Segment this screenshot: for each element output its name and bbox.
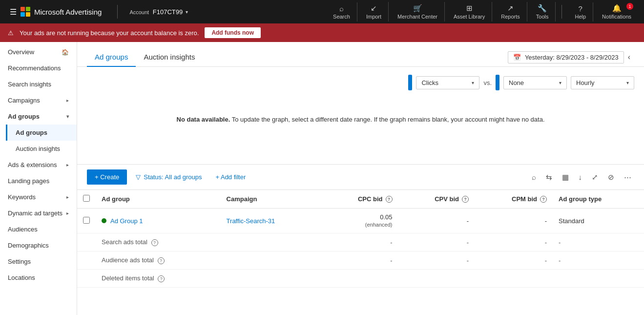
- campaign-link[interactable]: Traffic-Search-31: [227, 217, 275, 225]
- sidebar-item-settings[interactable]: Settings: [0, 253, 77, 270]
- granularity-arrow-icon: ▾: [626, 80, 629, 85]
- status-filter-button[interactable]: ▽ Status: All ad groups: [131, 170, 207, 184]
- main-layout: Overview 🏠 Recommendations Search insigh…: [0, 42, 644, 315]
- summary-audience-cpcbid-cell: -: [321, 252, 398, 270]
- select-all-checkbox[interactable]: [83, 195, 90, 202]
- chart-toggle-button[interactable]: ▦: [559, 170, 572, 185]
- search-table-button[interactable]: ⌕: [529, 170, 539, 184]
- sidebar-item-overview[interactable]: Overview 🏠: [0, 44, 77, 60]
- chart-slider-handle-1[interactable]: [408, 75, 412, 90]
- summary-search-cpcbid-cell: -: [321, 233, 398, 252]
- sidebar-item-keywords[interactable]: Keywords ▸: [0, 189, 77, 205]
- summary-row-audience: Audience ads total ? - - - -: [77, 252, 644, 270]
- hamburger-menu[interactable]: ☰: [6, 3, 21, 21]
- sidebar-item-campaigns[interactable]: Campaigns ▸: [0, 92, 77, 108]
- nav-help-button[interactable]: ? Help: [568, 2, 593, 21]
- add-filter-button[interactable]: + Add filter: [210, 170, 250, 184]
- add-funds-button[interactable]: Add funds now: [205, 27, 261, 38]
- sidebar-adgroups-label: Ad groups: [16, 129, 47, 136]
- table-body: Ad Group 1 Traffic-Search-31 0.05(enhanc…: [77, 209, 644, 288]
- cpvbid-help-icon[interactable]: ?: [462, 196, 469, 203]
- sidebar-item-landing-pages[interactable]: Landing pages: [0, 173, 77, 189]
- tab-adgroups[interactable]: Ad groups: [87, 48, 136, 67]
- download-icon: ↓: [579, 173, 582, 181]
- sidebar-item-dynamic-ad-targets[interactable]: Dynamic ad targets ▸: [0, 205, 77, 221]
- adgroups-expand-icon: ▾: [66, 114, 69, 119]
- row-checkbox[interactable]: [83, 217, 90, 224]
- summary-search-cpvbid: -: [467, 239, 469, 246]
- chart-toggle-icon: ▦: [562, 173, 569, 182]
- sidebar-item-recommendations[interactable]: Recommendations: [0, 60, 77, 76]
- cpcbid-help-icon[interactable]: ?: [386, 196, 393, 203]
- hide-button[interactable]: ⊘: [605, 170, 617, 185]
- sidebar-settings-label: Settings: [8, 258, 31, 265]
- sidebar-item-adgroups[interactable]: Ad groups: [6, 125, 77, 141]
- sidebar-item-audiences[interactable]: Audiences: [0, 221, 77, 237]
- header-adgrouptype-label: Ad group type: [559, 195, 602, 203]
- summary-search-help-icon[interactable]: ?: [151, 239, 158, 246]
- row-adgroup-cell: Ad Group 1: [96, 209, 221, 233]
- summary-audience-type: -: [559, 257, 561, 264]
- sidebar-landingpages-label: Landing pages: [8, 177, 49, 185]
- alert-bar: ⚠ Your ads are not running because your …: [0, 23, 644, 42]
- main-content: Ad groups Auction insights 📅 Yesterday: …: [77, 42, 644, 315]
- summary-search-label-cell: Search ads total ?: [96, 233, 221, 252]
- summary-audience-cpmbid: -: [545, 257, 547, 264]
- chart-slider-handle-2[interactable]: [496, 75, 499, 90]
- sidebar-item-search-insights[interactable]: Search insights: [0, 76, 77, 92]
- nav-arrow-button[interactable]: ‹: [624, 51, 634, 63]
- header-adgroup: Ad group: [96, 190, 221, 209]
- expand-button[interactable]: ⤢: [589, 170, 601, 185]
- metric1-dropdown[interactable]: Clicks ▾: [416, 76, 479, 89]
- header-campaign-label: Campaign: [227, 195, 257, 203]
- calendar-icon: 📅: [513, 54, 521, 61]
- nav-reports-label: Reports: [501, 14, 520, 20]
- nav-tools-label: Tools: [536, 14, 549, 20]
- sidebar-keywords-label: Keywords: [8, 193, 36, 201]
- summary-deleted-campaign-cell: [221, 270, 321, 288]
- summary-deleted-cpcbid-cell: [321, 270, 398, 288]
- granularity-dropdown[interactable]: Hourly ▾: [571, 76, 634, 89]
- more-options-button[interactable]: ⋯: [621, 170, 634, 185]
- adgroup-name-link[interactable]: Ad Group 1: [110, 217, 143, 225]
- sidebar-item-adgroups-header[interactable]: Ad groups ▾: [0, 108, 77, 125]
- chart-no-data-message: No data available. To update the graph, …: [87, 96, 634, 143]
- row-campaign-cell: Traffic-Search-31: [221, 209, 321, 233]
- cpmbid-help-icon[interactable]: ?: [540, 196, 547, 203]
- nav-assetlibrary-button[interactable]: ⊞ Asset Library: [447, 2, 492, 21]
- adgroup-name-container: Ad Group 1: [102, 217, 215, 225]
- nav-reports-button[interactable]: ↗ Reports: [494, 2, 527, 21]
- header-adgrouptype: Ad group type: [553, 190, 644, 209]
- summary-row-search: Search ads total ? - - - -: [77, 233, 644, 252]
- sidebar-item-locations[interactable]: Locations: [0, 270, 77, 286]
- sidebar-item-demographics[interactable]: Demographics: [0, 237, 77, 253]
- campaigns-expand-icon: ▸: [66, 98, 69, 103]
- download-button[interactable]: ↓: [576, 170, 585, 184]
- summary-search-cpcbid: -: [390, 239, 392, 246]
- metric2-dropdown[interactable]: None ▾: [503, 76, 567, 89]
- summary-search-type-cell: -: [553, 233, 644, 252]
- sidebar-item-ads-extensions[interactable]: Ads & extensions ▸: [0, 157, 77, 173]
- nav-tools-button[interactable]: 🔧 Tools: [529, 2, 556, 21]
- status-indicator: [102, 218, 106, 223]
- cpmbid-value: -: [545, 217, 547, 225]
- sidebar-item-auction-insights[interactable]: Auction insights: [6, 141, 77, 157]
- sidebar-campaigns-label: Campaigns: [8, 97, 40, 104]
- merchant-icon: 🛒: [413, 4, 422, 13]
- import-icon: ↙: [371, 4, 377, 13]
- home-icon: 🏠: [62, 49, 69, 56]
- summary-audience-label-cell: Audience ads total ?: [96, 252, 221, 270]
- summary-audience-help-icon[interactable]: ?: [158, 257, 165, 264]
- nav-notifications-button[interactable]: 🔔 1 Notifications: [595, 2, 638, 21]
- create-button[interactable]: + Create: [87, 169, 127, 185]
- nav-search-button[interactable]: ⌕ Search: [326, 2, 357, 21]
- account-selector[interactable]: Account F107CT99 ▾: [125, 6, 192, 18]
- logo-yellow: [26, 12, 30, 17]
- date-range-picker[interactable]: 📅 Yesterday: 8/29/2023 - 8/29/2023: [508, 51, 624, 63]
- tab-auction-insights[interactable]: Auction insights: [136, 48, 203, 67]
- nav-merchant-button[interactable]: 🛒 Merchant Center: [391, 2, 445, 21]
- nav-import-button[interactable]: ↙ Import: [359, 2, 389, 21]
- header-cpcbid: CPC bid ?: [321, 190, 398, 209]
- columns-button[interactable]: ⇆: [543, 170, 555, 185]
- summary-deleted-help-icon[interactable]: ?: [158, 275, 165, 282]
